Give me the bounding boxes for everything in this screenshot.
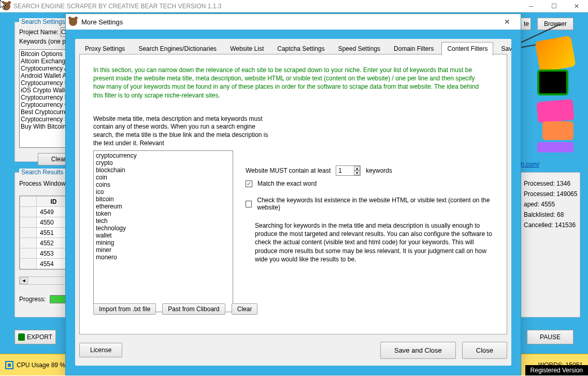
meta-hint: Website meta title, meta description and… [93, 115, 269, 147]
website-link-tail[interactable]: h.com/ [521, 161, 539, 168]
id-table[interactable]: ID 454945504551455245534554 [19, 196, 71, 270]
stats-group: Processed: 1346 Processed: 149065 aped: … [518, 172, 580, 317]
stepper-down-icon[interactable]: ▼ [354, 171, 360, 175]
must-contain-label-pre: Website MUST contain at least [246, 167, 331, 174]
keywords-label: Keywords (one pe [19, 38, 69, 45]
dialog-titlebar[interactable]: More Settings ✕ [66, 14, 521, 30]
content-filters-panel: In this section, you can narrow down the… [79, 54, 507, 335]
export-button[interactable]: EXPORT [15, 330, 56, 344]
save-and-close-button[interactable]: Save and Close [380, 342, 456, 359]
main-window-title: SEARCH ENGINE SCRAPER BY CREATIVE BEAR T… [13, 3, 221, 10]
dialog-close-button[interactable]: ✕ [497, 18, 518, 26]
dialog-close-confirm-button[interactable]: Close [462, 342, 507, 359]
pause-button[interactable]: PAUSE [527, 330, 573, 344]
row-selector[interactable] [20, 238, 37, 248]
clear-filter-button[interactable]: Clear [232, 303, 258, 315]
stat-processed-2: Processed: 149065 [524, 190, 575, 198]
decor-art [517, 38, 573, 152]
stat-processed-1: Processed: 1346 [524, 180, 575, 187]
progress-label: Progress: [19, 296, 46, 303]
stat-scraped: aped: 4555 [524, 201, 575, 208]
search-strategy-hint: Searching for keywords in the meta title… [255, 221, 496, 263]
stat-blacklisted: Balcklisted: 68 [524, 211, 575, 218]
registered-version-badge: Registered Version [525, 365, 588, 375]
section-description: In this section, you can narrow down the… [93, 66, 487, 100]
row-selector[interactable] [20, 217, 37, 228]
partial-button[interactable]: te [521, 18, 531, 30]
table-row[interactable]: 4553 [20, 248, 71, 259]
table-row[interactable]: 4549 [20, 207, 71, 217]
check-html-label: Check the keywords list existence in the… [257, 197, 496, 211]
table-row[interactable]: 4554 [20, 259, 71, 269]
table-row[interactable]: 4552 [20, 238, 71, 248]
row-selector[interactable] [20, 207, 37, 217]
main-body: te Browser Search Settings Project Name:… [0, 12, 588, 375]
main-titlebar: SEARCH ENGINE SCRAPER BY CREATIVE BEAR T… [0, 0, 588, 12]
row-selector[interactable] [20, 259, 37, 269]
browser-button[interactable]: Browser [537, 18, 573, 30]
paste-clipboard-button[interactable]: Past from Cliboard [162, 303, 225, 315]
excel-icon [18, 333, 25, 341]
import-txt-button[interactable]: Import from .txt file [93, 303, 156, 315]
row-selector[interactable] [20, 248, 37, 259]
stat-cancelled: Cancelled: 141536 [524, 221, 575, 229]
keywords-filter-textarea[interactable] [93, 150, 233, 312]
minimize-button[interactable]: ─ [520, 0, 542, 12]
table-row[interactable]: 4551 [20, 228, 71, 238]
license-button[interactable]: License [79, 343, 122, 357]
project-name-label: Project Name: [19, 29, 59, 36]
match-exact-label: Match the exact word [257, 180, 317, 187]
match-exact-checkbox[interactable] [246, 180, 252, 187]
check-html-checkbox[interactable] [246, 201, 252, 207]
cpu-chip-icon [5, 361, 13, 369]
more-settings-dialog: More Settings ✕ Proxy Settings Search En… [65, 13, 521, 375]
search-results-title: Search Results [19, 169, 65, 176]
table-row-selector-header [20, 197, 37, 207]
row-selector[interactable] [20, 228, 37, 238]
cpu-usage-label: CPU Usage 89 % [17, 361, 65, 369]
bear-icon [69, 18, 77, 26]
close-window-button[interactable]: ✕ [565, 0, 588, 12]
stepper-up-icon[interactable]: ▲ [354, 166, 360, 171]
scroll-left-icon[interactable]: ◄ [20, 277, 28, 284]
search-settings-title: Search Settings [19, 18, 67, 25]
tab-content-filters[interactable]: Content Filters [441, 42, 493, 56]
dialog-title: More Settings [81, 18, 123, 26]
maximize-button[interactable]: ☐ [542, 0, 565, 12]
table-row[interactable]: 4550 [20, 217, 71, 228]
must-contain-label-post: keywords [366, 167, 392, 174]
bear-icon [2, 2, 10, 10]
